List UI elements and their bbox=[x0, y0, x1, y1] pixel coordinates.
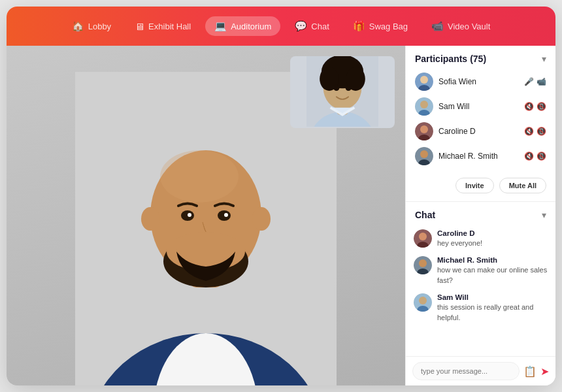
attach-icon: 📋 bbox=[523, 365, 537, 378]
cam-muted-icon: 📵 bbox=[537, 152, 546, 161]
cam-muted-icon: 📵 bbox=[537, 102, 546, 111]
chat-sender: Caroline D bbox=[437, 229, 482, 237]
video-area: 🎤 Mute 📷 Stop Video 🛡 Security 👥 Partici… bbox=[7, 46, 405, 385]
chat-message: Caroline D hey everyone! bbox=[414, 229, 548, 248]
send-icon: ➤ bbox=[540, 365, 549, 378]
nav-auditorium[interactable]: 💻 Auditorium bbox=[205, 16, 280, 36]
svg-point-27 bbox=[420, 101, 428, 108]
chat-chevron-icon[interactable]: ▾ bbox=[542, 210, 546, 220]
participant-media-icons: 🔇 📵 bbox=[524, 152, 546, 161]
svg-point-13 bbox=[252, 207, 271, 231]
chat-avatar bbox=[414, 229, 432, 248]
chat-section: Chat ▾ Carolin bbox=[406, 202, 555, 385]
avatar bbox=[415, 147, 433, 165]
svg-point-33 bbox=[420, 150, 428, 158]
nav-chat[interactable]: 💬 Chat bbox=[286, 16, 338, 36]
chat-message: Sam Will this session is really great an… bbox=[414, 293, 548, 323]
chat-input-area: 📋 ➤ bbox=[406, 356, 555, 385]
avatar bbox=[415, 97, 433, 116]
mic-muted-icon: 🔇 bbox=[524, 127, 534, 136]
participant-name: Sofia Wien bbox=[438, 77, 519, 86]
chat-header: Chat ▾ bbox=[406, 202, 555, 225]
svg-point-30 bbox=[420, 125, 428, 133]
svg-point-39 bbox=[419, 259, 427, 267]
monitor-icon: 🖥 bbox=[135, 21, 144, 32]
nav-exhibit-hall[interactable]: 🖥 Exhibit Hall bbox=[125, 17, 200, 36]
svg-point-9 bbox=[224, 213, 228, 217]
svg-point-5 bbox=[160, 150, 239, 203]
nav-swag-bag[interactable]: 🎁 Swag Bag bbox=[344, 16, 417, 36]
cam-muted-icon: 📵 bbox=[537, 127, 546, 136]
nav-swag-label: Swag Bag bbox=[369, 22, 408, 31]
nav-chat-label: Chat bbox=[311, 22, 329, 31]
main-video bbox=[7, 46, 405, 385]
pip-speaker bbox=[303, 56, 382, 128]
participant-row: Sofia Wien 🎤 📹 bbox=[412, 69, 549, 94]
chat-body: Caroline D hey everyone! bbox=[437, 229, 482, 248]
mic-muted-icon: 🔇 bbox=[524, 152, 534, 161]
participants-chevron-icon[interactable]: ▾ bbox=[542, 54, 546, 64]
participants-count: (75) bbox=[470, 54, 486, 64]
video-icon: 📹 bbox=[431, 20, 444, 32]
cam-active-icon: 📹 bbox=[537, 77, 546, 86]
svg-point-6 bbox=[181, 210, 194, 221]
participant-name: Sam Will bbox=[438, 102, 519, 111]
mic-muted-icon: 🔇 bbox=[524, 102, 534, 111]
participant-row: Michael R. Smith 🔇 📵 bbox=[412, 144, 549, 169]
svg-point-24 bbox=[420, 76, 428, 84]
svg-point-7 bbox=[218, 210, 231, 221]
svg-point-21 bbox=[333, 85, 339, 91]
chat-attach-button[interactable]: 📋 bbox=[523, 365, 537, 378]
nav-lobby-label: Lobby bbox=[88, 22, 111, 31]
chat-input[interactable] bbox=[412, 362, 520, 380]
participant-row: Caroline D 🔇 📵 bbox=[412, 119, 549, 144]
avatar bbox=[415, 73, 433, 91]
avatar bbox=[415, 122, 433, 140]
svg-point-8 bbox=[188, 213, 191, 217]
mic-active-icon: 🎤 bbox=[524, 77, 534, 86]
participants-title: Participants bbox=[415, 54, 467, 64]
participant-name: Michael R. Smith bbox=[438, 152, 519, 161]
nav-video-vault[interactable]: 📹 Video Vault bbox=[422, 16, 499, 36]
chat-avatar bbox=[414, 293, 432, 312]
chat-body: Sam Will this session is really great an… bbox=[437, 293, 548, 323]
app-container: 🏠 Lobby 🖥 Exhibit Hall 💻 Auditorium 💬 Ch… bbox=[7, 7, 555, 385]
top-nav: 🏠 Lobby 🖥 Exhibit Hall 💻 Auditorium 💬 Ch… bbox=[7, 7, 555, 46]
nav-vault-label: Video Vault bbox=[448, 22, 490, 31]
participant-media-icons: 🔇 📵 bbox=[524, 102, 546, 111]
participant-row: Sam Will 🔇 📵 bbox=[412, 94, 549, 119]
participant-name: Caroline D bbox=[438, 127, 519, 136]
pip-video bbox=[290, 56, 395, 128]
chat-messages: Caroline D hey everyone! bbox=[406, 225, 555, 356]
bag-icon: 🎁 bbox=[353, 20, 365, 32]
chat-body: Michael R. Smith how we can make our onl… bbox=[437, 256, 548, 286]
chat-text: how we can make our online sales fast? bbox=[437, 265, 548, 286]
chat-text: this session is really great and helpful… bbox=[437, 302, 548, 323]
chat-message: Michael R. Smith how we can make our onl… bbox=[414, 256, 548, 286]
participants-header: Participants (75) ▾ bbox=[406, 46, 555, 69]
chat-sender: Sam Will bbox=[437, 293, 548, 301]
chat-avatar bbox=[414, 256, 432, 274]
chat-text: hey everyone! bbox=[437, 238, 482, 248]
participant-media-icons: 🎤 📹 bbox=[524, 77, 546, 86]
participants-section: Participants (75) ▾ bbox=[406, 46, 555, 202]
chat-send-button[interactable]: ➤ bbox=[540, 365, 549, 378]
invite-button[interactable]: Invite bbox=[455, 178, 494, 193]
nav-exhibit-label: Exhibit Hall bbox=[148, 22, 191, 31]
svg-point-22 bbox=[346, 85, 352, 91]
svg-point-42 bbox=[419, 297, 427, 304]
chat-title: Chat bbox=[415, 210, 435, 220]
home-icon: 🏠 bbox=[72, 20, 84, 32]
laptop-icon: 💻 bbox=[214, 20, 227, 32]
main-content: 🎤 Mute 📷 Stop Video 🛡 Security 👥 Partici… bbox=[7, 46, 555, 385]
chat-sender: Michael R. Smith bbox=[437, 256, 548, 264]
mute-all-button[interactable]: Mute All bbox=[499, 178, 546, 193]
svg-point-12 bbox=[141, 207, 159, 231]
chat-icon: 💬 bbox=[295, 20, 307, 32]
participant-list: Sofia Wien 🎤 📹 bbox=[406, 69, 555, 174]
svg-point-36 bbox=[419, 233, 427, 240]
participants-actions: Invite Mute All bbox=[406, 174, 555, 201]
nav-lobby[interactable]: 🏠 Lobby bbox=[63, 16, 120, 36]
right-panel: Participants (75) ▾ bbox=[405, 46, 555, 385]
nav-auditorium-label: Auditorium bbox=[231, 22, 271, 31]
